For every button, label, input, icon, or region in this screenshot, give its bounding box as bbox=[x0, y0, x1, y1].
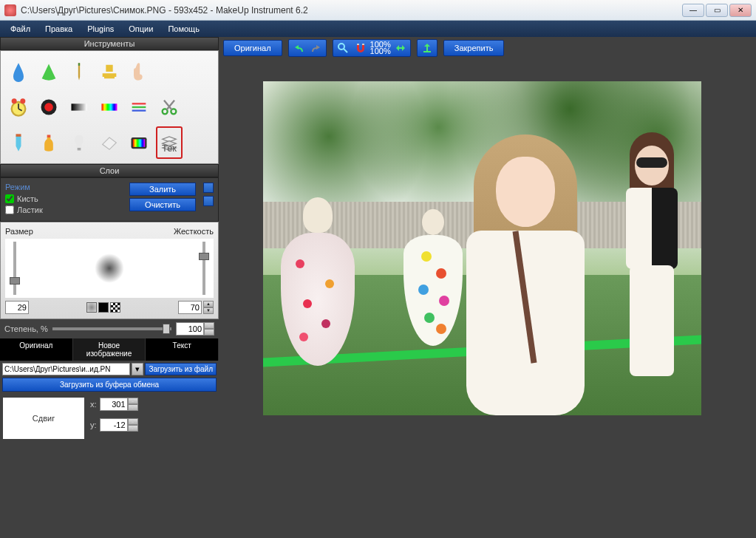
undo-redo-group bbox=[288, 39, 327, 57]
pin-button[interactable]: Закрепить bbox=[443, 40, 505, 56]
micro-button-2[interactable] bbox=[203, 196, 214, 206]
svg-rect-16 bbox=[133, 139, 145, 147]
menu-plugins[interactable]: Plugins bbox=[80, 22, 121, 35]
hardness-slider[interactable] bbox=[197, 242, 211, 295]
tool-drop[interactable] bbox=[5, 55, 32, 88]
minimize-button[interactable]: — bbox=[682, 4, 704, 17]
tool-clock[interactable] bbox=[5, 91, 32, 123]
svg-rect-13 bbox=[47, 135, 51, 138]
tool-lines[interactable] bbox=[126, 91, 152, 123]
original-button[interactable]: Оригинал bbox=[223, 40, 282, 56]
hardness-input[interactable] bbox=[178, 301, 202, 314]
maximize-button[interactable]: ▭ bbox=[706, 4, 728, 17]
tool-gradient[interactable] bbox=[66, 91, 92, 123]
svg-rect-19 bbox=[357, 44, 359, 45]
file-dropdown[interactable]: ▾ bbox=[132, 363, 143, 375]
tab-newimage[interactable]: Новое изображение bbox=[73, 338, 146, 361]
tool-redeye[interactable] bbox=[35, 91, 62, 123]
svg-rect-5 bbox=[71, 103, 86, 110]
menu-edit[interactable]: Правка bbox=[38, 22, 80, 35]
size-slider[interactable] bbox=[8, 242, 21, 295]
tool-blank4[interactable] bbox=[186, 126, 213, 159]
zoom-icon[interactable] bbox=[335, 41, 351, 55]
degree-label: Степень, % bbox=[4, 324, 48, 333]
svg-point-2 bbox=[20, 98, 25, 103]
fill-button[interactable]: Залить bbox=[129, 183, 196, 196]
instruments-header: Инструменты bbox=[0, 37, 219, 50]
svg-rect-21 bbox=[423, 51, 431, 52]
top-toolbar: Оригинал 100% 100% Закрепить bbox=[219, 37, 756, 59]
tool-layers[interactable]: Тек bbox=[156, 126, 183, 159]
degree-up[interactable]: ▲ bbox=[204, 322, 214, 329]
menu-file[interactable]: Файл bbox=[3, 22, 38, 35]
mode-label: Режим bbox=[5, 183, 122, 191]
load-clipboard-button[interactable]: Загрузить из буфера обмена bbox=[2, 378, 217, 392]
eraser-label: Ластик bbox=[17, 205, 43, 214]
menubar: Файл Правка Plugins Опции Помощь bbox=[0, 21, 756, 37]
tool-finger[interactable] bbox=[126, 55, 152, 88]
menu-help[interactable]: Помощь bbox=[160, 22, 207, 35]
eraser-checkbox[interactable]: Ластик bbox=[5, 205, 122, 214]
tools-grid: Тек bbox=[0, 50, 219, 164]
degree-slider[interactable] bbox=[52, 327, 171, 330]
tool-pencil[interactable] bbox=[66, 55, 92, 88]
degree-down[interactable]: ▼ bbox=[204, 329, 214, 336]
sidebar: Инструменты Тек Слои bbox=[0, 37, 219, 538]
brush-shape-checker[interactable] bbox=[110, 302, 120, 313]
tab-text[interactable]: Текст bbox=[146, 338, 219, 361]
svg-rect-14 bbox=[77, 148, 81, 151]
tool-scissors[interactable] bbox=[156, 91, 183, 123]
zoom-group: 100% 100% bbox=[333, 39, 411, 57]
tool-tv[interactable] bbox=[126, 126, 152, 159]
menu-options[interactable]: Опции bbox=[121, 22, 160, 35]
app-icon bbox=[4, 4, 16, 16]
offset-preview[interactable]: Сдвиг bbox=[3, 398, 84, 439]
tool-blank1[interactable] bbox=[156, 55, 183, 88]
undo-icon[interactable] bbox=[290, 41, 307, 55]
brush-checkbox[interactable]: Кисть bbox=[5, 194, 122, 203]
tool-cone[interactable] bbox=[35, 55, 62, 88]
y-input[interactable] bbox=[100, 418, 128, 432]
hardness-down[interactable]: ▼ bbox=[203, 307, 214, 314]
tool-eraser[interactable] bbox=[96, 126, 123, 159]
y-down[interactable]: ▼ bbox=[128, 425, 138, 432]
brush-shape-hard[interactable] bbox=[98, 302, 109, 313]
svg-point-1 bbox=[12, 98, 17, 103]
offset-section: Сдвиг x: ▲▼ y: ▲▼ bbox=[0, 395, 219, 442]
x-down[interactable]: ▼ bbox=[128, 404, 138, 411]
tool-bulb[interactable] bbox=[66, 126, 92, 159]
size-input[interactable] bbox=[5, 301, 29, 314]
x-input[interactable] bbox=[100, 398, 128, 411]
file-path-input[interactable] bbox=[2, 363, 130, 375]
tool-stamp[interactable] bbox=[96, 55, 123, 88]
layers-header: Слои bbox=[0, 164, 219, 177]
save-icon[interactable] bbox=[419, 41, 435, 55]
tool-bottle[interactable] bbox=[35, 126, 62, 159]
svg-rect-7 bbox=[132, 103, 146, 104]
clear-button[interactable]: Очистить bbox=[129, 198, 196, 211]
redo-icon[interactable] bbox=[308, 41, 324, 55]
close-button[interactable]: ✕ bbox=[729, 4, 752, 17]
load-file-button[interactable]: Загрузить из файл bbox=[145, 363, 217, 375]
window-title: C:\Users\Друг\Pictures\Снимок.PNG - 593x… bbox=[21, 5, 682, 16]
tool-blank2[interactable] bbox=[186, 55, 213, 88]
tool-marker[interactable] bbox=[5, 126, 32, 159]
svg-rect-12 bbox=[16, 134, 21, 137]
brush-shape-soft[interactable] bbox=[86, 302, 97, 313]
micro-button-1[interactable] bbox=[203, 183, 214, 193]
tool-blank3[interactable] bbox=[186, 91, 213, 123]
brush-blob bbox=[95, 253, 124, 283]
tab-original[interactable]: Оригинал bbox=[0, 338, 73, 361]
y-label: y: bbox=[90, 420, 97, 429]
magnet-icon[interactable] bbox=[353, 41, 369, 55]
svg-rect-8 bbox=[132, 106, 146, 108]
x-up[interactable]: ▲ bbox=[128, 398, 138, 404]
photo-canvas[interactable] bbox=[263, 81, 701, 415]
tool-rainbow[interactable] bbox=[96, 91, 123, 123]
fit-icon[interactable] bbox=[392, 41, 409, 55]
degree-row: Степень, % ▲▼ bbox=[0, 319, 219, 338]
y-up[interactable]: ▲ bbox=[128, 418, 138, 425]
svg-rect-9 bbox=[132, 110, 146, 112]
hardness-up[interactable]: ▲ bbox=[203, 301, 214, 307]
degree-input[interactable] bbox=[176, 322, 204, 336]
